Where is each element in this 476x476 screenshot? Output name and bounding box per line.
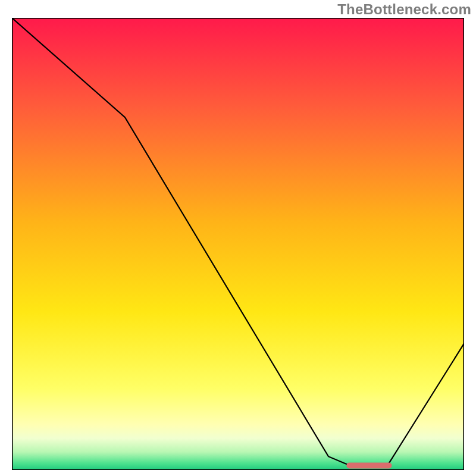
plot-area	[12, 18, 464, 470]
chart-svg	[12, 18, 464, 470]
chart-container: TheBottleneck.com	[0, 0, 476, 476]
watermark-text: TheBottleneck.com	[337, 1, 471, 18]
heat-gradient-bg	[12, 18, 464, 470]
optimal-range-marker	[346, 462, 392, 468]
